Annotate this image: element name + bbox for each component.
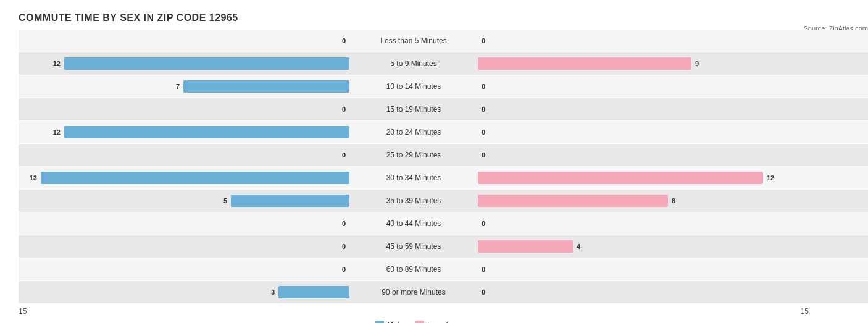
axis-row: 15 15: [19, 307, 868, 316]
female-value-zero: 0: [482, 288, 485, 296]
row-label: 15 to 19 Minutes: [352, 105, 475, 114]
male-bar-container: 3: [19, 281, 352, 303]
male-bar-container: 13: [19, 167, 352, 189]
female-value-zero: 0: [482, 128, 485, 136]
female-value: 8: [672, 197, 675, 204]
female-bar-container: 9: [475, 52, 809, 75]
male-bar-container: 0: [19, 212, 352, 235]
male-value-zero: 0: [342, 37, 346, 44]
male-bar-container: 7: [19, 75, 352, 98]
legend-female: Female: [415, 321, 452, 323]
female-value-zero: 0: [482, 151, 485, 159]
male-value: 3: [271, 288, 275, 296]
male-value: 12: [53, 60, 61, 67]
row-label: 90 or more Minutes: [352, 288, 475, 296]
axis-left: 15: [19, 307, 352, 316]
row-label: 20 to 24 Minutes: [352, 128, 475, 136]
row-label: 45 to 59 Minutes: [352, 242, 475, 251]
male-value: 13: [30, 174, 37, 182]
male-bar: 12: [64, 126, 349, 138]
chart-row: 1330 to 34 Minutes12: [19, 167, 868, 189]
male-bar-container: 12: [19, 121, 352, 143]
female-bar: 4: [478, 240, 573, 253]
chart-row: 015 to 19 Minutes0: [19, 98, 868, 120]
female-bar-container: 0: [475, 144, 809, 166]
female-bar-container: 0: [475, 121, 809, 143]
female-bar: 8: [478, 195, 668, 207]
male-value: 12: [53, 128, 61, 136]
male-bar-container: 0: [19, 98, 352, 120]
male-value-zero: 0: [342, 243, 346, 250]
chart-row: 060 to 89 Minutes0: [19, 258, 868, 280]
male-swatch: [375, 321, 384, 323]
female-value: 9: [695, 60, 699, 67]
female-value-zero: 0: [482, 220, 485, 227]
female-bar: 12: [478, 172, 763, 184]
chart-row: 710 to 14 Minutes0: [19, 75, 868, 98]
female-bar-container: 0: [475, 30, 809, 52]
row-label: 60 to 89 Minutes: [352, 265, 475, 274]
male-bar: 13: [41, 172, 349, 184]
male-bar: 5: [231, 195, 349, 207]
chart-row: 535 to 39 Minutes8: [19, 190, 868, 212]
female-swatch: [415, 321, 424, 323]
male-value: 5: [223, 197, 227, 204]
chart-row: 025 to 29 Minutes0: [19, 144, 868, 166]
row-label: 25 to 29 Minutes: [352, 151, 475, 159]
male-bar-container: 0: [19, 30, 352, 52]
chart-area: 0Less than 5 Minutes0125 to 9 Minutes971…: [19, 30, 868, 323]
chart-title: COMMUTE TIME BY SEX IN ZIP CODE 12965: [19, 12, 868, 23]
female-value-zero: 0: [482, 266, 485, 273]
female-bar-container: 12: [475, 167, 809, 189]
male-label: Male: [387, 321, 403, 323]
row-label: 35 to 39 Minutes: [352, 196, 475, 205]
row-label: 5 to 9 Minutes: [352, 59, 475, 68]
female-value-zero: 0: [482, 37, 485, 44]
female-bar-container: 0: [475, 98, 809, 120]
chart-rows: 0Less than 5 Minutes0125 to 9 Minutes971…: [19, 30, 868, 303]
female-value: 4: [577, 243, 580, 250]
male-value-zero: 0: [342, 151, 346, 159]
row-label: 30 to 34 Minutes: [352, 174, 475, 182]
female-bar-container: 8: [475, 190, 809, 212]
row-label: 40 to 44 Minutes: [352, 219, 475, 228]
female-value-zero: 0: [482, 83, 485, 90]
chart-row: 0Less than 5 Minutes0: [19, 30, 868, 52]
female-bar-container: 0: [475, 281, 809, 303]
chart-row: 040 to 44 Minutes0: [19, 212, 868, 235]
axis-right: 15: [475, 307, 809, 316]
male-bar-container: 0: [19, 258, 352, 280]
male-value-zero: 0: [342, 106, 346, 113]
chart-row: 390 or more Minutes0: [19, 281, 868, 303]
female-bar-container: 0: [475, 212, 809, 235]
male-bar: 7: [183, 80, 349, 93]
female-bar: 9: [478, 57, 691, 70]
female-bar-container: 4: [475, 235, 809, 258]
legend: Male Female: [19, 321, 809, 323]
row-label: Less than 5 Minutes: [352, 36, 475, 45]
male-bar-container: 5: [19, 190, 352, 212]
male-bar-container: 0: [19, 144, 352, 166]
female-value-zero: 0: [482, 106, 485, 113]
chart-row: 125 to 9 Minutes9: [19, 52, 868, 75]
male-bar: 3: [278, 286, 349, 298]
male-bar-container: 0: [19, 235, 352, 258]
legend-male: Male: [375, 321, 403, 323]
chart-row: 045 to 59 Minutes4: [19, 235, 868, 258]
male-bar: 12: [64, 57, 349, 70]
chart-row: 1220 to 24 Minutes0: [19, 121, 868, 143]
female-value: 12: [767, 174, 774, 182]
female-bar-container: 0: [475, 75, 809, 98]
male-bar-container: 12: [19, 52, 352, 75]
female-bar-container: 0: [475, 258, 809, 280]
row-label: 10 to 14 Minutes: [352, 82, 475, 91]
male-value: 7: [176, 83, 180, 90]
male-value-zero: 0: [342, 220, 346, 227]
male-value-zero: 0: [342, 266, 346, 273]
female-label: Female: [427, 321, 452, 323]
